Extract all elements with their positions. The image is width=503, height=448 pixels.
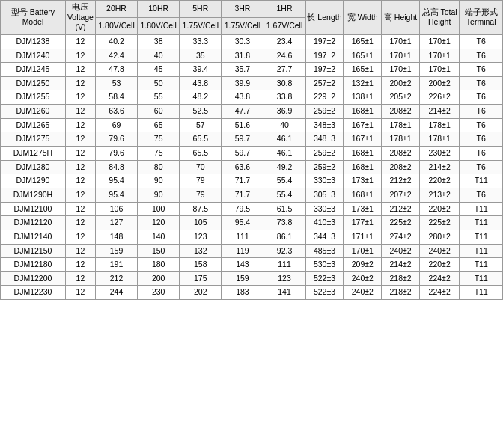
table-row: DJM1290H1295.4907971.755.4305±3168±1207±…	[1, 188, 503, 202]
table-cell: 79.6	[95, 132, 137, 147]
table-cell: 12	[65, 132, 95, 147]
table-cell: 73.8	[263, 216, 305, 230]
table-cell: 220±2	[419, 202, 459, 216]
table-cell: T11	[460, 202, 503, 216]
table-cell: 12	[65, 147, 95, 161]
table-cell: 132	[180, 244, 222, 258]
table-row: DJM1218012191180158143111530±3209±2214±2…	[1, 258, 503, 272]
table-cell: 40.2	[95, 34, 137, 49]
table-cell: 170±1	[382, 49, 420, 63]
table-cell: 170±1	[382, 63, 420, 77]
col-header-total-height: 总高 Total Height	[419, 1, 459, 35]
table-cell: 178±1	[419, 118, 459, 132]
table-cell: 178±1	[419, 132, 459, 147]
table-cell: 143	[222, 258, 263, 272]
table-cell: DJM1275H	[1, 147, 66, 161]
table-cell: 168±1	[344, 160, 382, 174]
table-cell: 23.4	[263, 34, 305, 49]
table-cell: 197±2	[305, 63, 344, 77]
table-cell: 48.2	[180, 90, 222, 105]
table-cell: DJM12100	[1, 202, 66, 216]
table-cell: 168±1	[344, 188, 382, 202]
table-cell: 95.4	[95, 188, 137, 202]
table-cell: 38	[138, 34, 180, 49]
battery-specs-table: 型号 Battery Model 电压 Voltage (V) 20HR 10H…	[0, 0, 503, 300]
table-cell: 200±2	[382, 76, 420, 90]
table-cell: 197±2	[305, 49, 344, 63]
col-header-10hr: 10HR	[138, 1, 180, 18]
table-cell: 84.8	[95, 160, 137, 174]
table-cell: 12	[65, 244, 95, 258]
table-cell: 79.5	[222, 202, 263, 216]
table-cell: 165±1	[344, 49, 382, 63]
table-cell: T6	[460, 105, 503, 119]
table-cell: 205±2	[382, 90, 420, 105]
table-cell: 220±2	[419, 174, 459, 188]
table-cell: 52.5	[180, 105, 222, 119]
table-cell: 180	[138, 258, 180, 272]
table-cell: 12	[65, 286, 95, 300]
table-cell: 69	[95, 118, 137, 132]
table-cell: DJM12200	[1, 271, 66, 286]
table-cell: DJM12230	[1, 286, 66, 300]
table-cell: 63.6	[95, 105, 137, 119]
table-cell: 168±1	[344, 105, 382, 119]
table-cell: 170±1	[382, 34, 420, 49]
table-cell: 12	[65, 174, 95, 188]
table-cell: T6	[460, 90, 503, 105]
table-cell: 522±3	[305, 286, 344, 300]
table-cell: 141	[263, 286, 305, 300]
table-cell: 46.1	[263, 132, 305, 147]
table-cell: 212±2	[382, 202, 420, 216]
table-cell: 171±1	[344, 230, 382, 244]
table-cell: T6	[460, 188, 503, 202]
table-cell: 12	[65, 34, 95, 49]
table-cell: 12	[65, 230, 95, 244]
table-cell: T6	[460, 118, 503, 132]
table-cell: 111	[222, 230, 263, 244]
table-cell: T11	[460, 286, 503, 300]
table-cell: 183	[222, 286, 263, 300]
table-cell: T11	[460, 174, 503, 188]
table-row: DJM12801284.8807063.649.2259±2168±1208±2…	[1, 160, 503, 174]
table-cell: 259±2	[305, 105, 344, 119]
table-cell: T6	[460, 132, 503, 147]
table-cell: 65	[138, 118, 180, 132]
table-cell: 12	[65, 49, 95, 63]
table-cell: DJM1240	[1, 49, 66, 63]
table-cell: 12	[65, 271, 95, 286]
table-cell: 71.7	[222, 188, 263, 202]
table-cell: 240±2	[419, 244, 459, 258]
table-cell: 47.7	[222, 105, 263, 119]
table-cell: 132±1	[344, 76, 382, 90]
table-cell: 173±1	[344, 174, 382, 188]
table-cell: 119	[222, 244, 263, 258]
col-header-model: 型号 Battery Model	[1, 1, 66, 35]
table-cell: DJM1290	[1, 174, 66, 188]
table-cell: DJM1238	[1, 34, 66, 49]
col-header-voltage: 电压 Voltage (V)	[65, 1, 95, 35]
table-cell: DJM12120	[1, 216, 66, 230]
table-cell: 167±1	[344, 132, 382, 147]
table-row: DJM12551258.45548.243.833.8229±2138±1205…	[1, 90, 503, 105]
table-cell: 207±2	[382, 188, 420, 202]
table-row: DJM12401242.4403531.824.6197±2165±1170±1…	[1, 49, 503, 63]
table-cell: 257±2	[305, 76, 344, 90]
table-cell: 43.8	[180, 76, 222, 90]
table-cell: 12	[65, 202, 95, 216]
table-cell: 12	[65, 90, 95, 105]
table-cell: T6	[460, 160, 503, 174]
table-cell: 168±1	[344, 147, 382, 161]
table-cell: 218±2	[382, 286, 420, 300]
table-cell: 12	[65, 118, 95, 132]
table-cell: 59.7	[222, 132, 263, 147]
table-cell: 60	[138, 105, 180, 119]
table-cell: 240±2	[344, 271, 382, 286]
table-cell: 70	[180, 160, 222, 174]
table-cell: 87.5	[180, 202, 222, 216]
table-row: DJM1220012212200175159123522±3240±2218±2…	[1, 271, 503, 286]
table-cell: T6	[460, 147, 503, 161]
table-cell: 170±1	[419, 34, 459, 49]
table-cell: 95.4	[222, 216, 263, 230]
table-cell: T6	[460, 76, 503, 90]
